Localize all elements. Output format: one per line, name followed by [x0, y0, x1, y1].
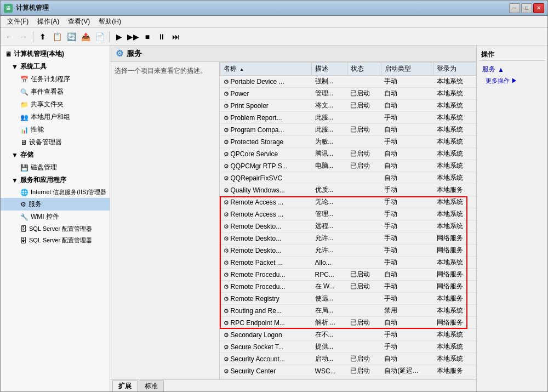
table-row[interactable]: ⚙Quality Windows... 优质... 手动 本地服务: [220, 184, 476, 196]
copy-button[interactable]: 📋: [50, 30, 64, 43]
restore-button[interactable]: □: [521, 3, 532, 13]
device-icon: 🖥: [20, 139, 27, 146]
sidebar-item-iis[interactable]: 🌐 Internet 信息服务(IIS)管理器: [1, 186, 110, 198]
menu-help[interactable]: 帮助(H): [94, 16, 125, 27]
table-row[interactable]: ⚙QQRepairFixSVC 自动 本地系统: [220, 172, 476, 184]
menu-file[interactable]: 文件(F): [3, 16, 33, 27]
cell-name: ⚙QPCore Service: [220, 148, 312, 160]
col-header-startup[interactable]: 启动类型: [381, 63, 433, 76]
tab-expand[interactable]: 扩展: [112, 380, 138, 392]
col-header-status[interactable]: 状态: [347, 63, 381, 76]
tree-root[interactable]: 🖥 计算机管理(本地): [1, 48, 110, 60]
sidebar-item-diskmgmt[interactable]: 💾 磁盘管理: [1, 161, 110, 174]
action-services[interactable]: 服务 ▲: [479, 63, 545, 76]
pause-button[interactable]: ⏸: [155, 30, 168, 43]
cell-login: 本地系统: [433, 329, 476, 341]
tree-section-storage[interactable]: ▼ 存储: [1, 149, 110, 161]
cell-status: [347, 112, 381, 124]
cell-status: [347, 232, 381, 245]
menu-view[interactable]: 查看(V): [64, 16, 94, 27]
cell-desc: 使远...: [312, 293, 347, 305]
sidebar-item-eventviewer[interactable]: 🔍 事件查看器: [1, 86, 110, 98]
table-row[interactable]: ⚙Power 管理... 已启动 自动 本地系统: [220, 88, 476, 100]
sidebar-item-devicemgr[interactable]: 🖥 设备管理器: [1, 136, 110, 149]
tab-standard[interactable]: 标准: [139, 380, 164, 392]
table-row[interactable]: ⚙Secure Socket T... 提供... 手动 本地系统: [220, 341, 476, 353]
table-row[interactable]: ⚙Remote Deskto... 远程... 手动 本地系统: [220, 220, 476, 232]
table-row[interactable]: ⚙Security Center WSC... 已启动 自动(延迟... 本地服…: [220, 365, 476, 377]
table-row[interactable]: ⚙Remote Registry 使远... 手动 本地服务: [220, 293, 476, 305]
sidebar-item-performance[interactable]: 📊 性能: [1, 123, 110, 136]
minimize-button[interactable]: ─: [509, 3, 520, 13]
sidebar-item-sharedfolders[interactable]: 📁 共享文件夹: [1, 98, 110, 111]
col-header-name[interactable]: 名称 ▲: [220, 63, 312, 76]
services-icon: ⚙: [20, 201, 26, 208]
stop-button[interactable]: ■: [141, 30, 154, 43]
action-more[interactable]: 更多操作 ▶: [479, 76, 545, 86]
service-gear-icon: ⚙: [224, 151, 229, 157]
table-row[interactable]: ⚙Remote Deskto... 允许... 手动 网络服务: [220, 245, 476, 257]
table-row[interactable]: ⚙Portable Device ... 强制... 手动 本地系统: [220, 76, 476, 88]
cell-desc: 在局...: [312, 305, 347, 317]
cell-login: 本地系统: [433, 100, 476, 112]
table-row[interactable]: ⚙Remote Packet ... Allo... 手动 本地系统: [220, 257, 476, 269]
tree-section-services[interactable]: ▼ 服务和应用程序: [1, 174, 110, 186]
back-button[interactable]: ←: [3, 30, 16, 43]
cell-desc: 优质...: [312, 184, 347, 196]
cell-status: 已启动: [347, 100, 381, 112]
cell-startup: 自动(延迟...: [381, 365, 433, 377]
sidebar-item-localusers[interactable]: 👥 本地用户和组: [1, 111, 110, 123]
iis-icon: 🌐: [20, 189, 28, 196]
forward-button[interactable]: →: [17, 30, 30, 43]
sidebar-item-sqlserver1[interactable]: 🗄 SQL Server 配置管理器: [1, 223, 110, 235]
sort-arrow-name: ▲: [239, 67, 244, 72]
table-row[interactable]: ⚙Remote Deskto... 允许... 手动 网络服务: [220, 232, 476, 245]
table-row[interactable]: ⚙Program Compa... 此服... 已启动 自动 本地系统: [220, 124, 476, 136]
cell-startup: 手动: [381, 76, 433, 88]
col-header-login[interactable]: 登录为: [433, 63, 476, 76]
cell-desc: 此服...: [312, 112, 347, 124]
table-row[interactable]: ⚙RPC Endpoint M... 解析 ... 已启动 自动 网络服务: [220, 317, 476, 329]
play-start-button[interactable]: ▶: [112, 30, 125, 43]
table-row[interactable]: ⚙Remote Procedu... 在 W... 已启动 手动 网络服务: [220, 281, 476, 293]
service-gear-icon: ⚙: [224, 247, 229, 254]
services-table-container[interactable]: 名称 ▲ 描述 状态 启动类型 登录为 ⚙Portable De: [220, 62, 476, 379]
table-row[interactable]: ⚙QQPCMgr RTP S... 电脑... 已启动 自动 本地系统: [220, 160, 476, 172]
service-gear-icon: ⚙: [224, 259, 229, 266]
properties-button[interactable]: 📄: [93, 30, 106, 43]
table-row[interactable]: ⚙Remote Procedu... RPC... 已启动 自动 网络服务: [220, 269, 476, 281]
sidebar-item-wmi[interactable]: 🔧 WMI 控件: [1, 211, 110, 223]
table-row[interactable]: ⚙Security Account... 启动... 已启动 自动 本地系统: [220, 353, 476, 365]
export-button[interactable]: 📤: [79, 30, 92, 43]
play-resume-button[interactable]: ▶▶: [127, 30, 140, 43]
sidebar-item-services[interactable]: ⚙ 服务: [1, 198, 110, 211]
cell-desc: 允许...: [312, 245, 347, 257]
table-row[interactable]: ⚙Remote Access ... 无论... 手动 本地系统: [220, 196, 476, 208]
table-row[interactable]: ⚙Print Spooler 将文... 已启动 自动 本地系统: [220, 100, 476, 112]
refresh-button[interactable]: 🔄: [65, 30, 78, 43]
col-header-desc[interactable]: 描述: [312, 63, 347, 76]
table-row[interactable]: ⚙Remote Access ... 管理... 手动 本地系统: [220, 208, 476, 220]
table-row[interactable]: ⚙QPCore Service 腾讯... 已启动 自动 本地系统: [220, 148, 476, 160]
toolbar: ← → ⬆ 📋 🔄 📤 📄 ▶ ▶▶ ■ ⏸ ⏭: [1, 28, 547, 46]
sidebar-item-scheduler[interactable]: 📅 任务计划程序: [1, 73, 110, 86]
table-row[interactable]: ⚙Problem Report... 此服... 手动 本地系统: [220, 112, 476, 124]
cell-startup: 手动: [381, 329, 433, 341]
menu-action[interactable]: 操作(A): [33, 16, 64, 27]
services-table: 名称 ▲ 描述 状态 启动类型 登录为 ⚙Portable De: [220, 62, 476, 377]
cell-desc: RPC...: [312, 269, 347, 281]
tree-section-system[interactable]: ▼ 系统工具: [1, 60, 110, 73]
table-row[interactable]: ⚙Secondary Logon 在不... 手动 本地系统: [220, 329, 476, 341]
cell-startup: 手动: [381, 245, 433, 257]
restart-button[interactable]: ⏭: [169, 30, 182, 43]
service-gear-icon: ⚙: [224, 163, 229, 169]
close-button[interactable]: ✕: [533, 3, 544, 13]
cell-status: 已启动: [347, 160, 381, 172]
cell-desc: 在不...: [312, 329, 347, 341]
table-row[interactable]: ⚙Protected Storage 为敏... 手动 本地系统: [220, 136, 476, 148]
cell-startup: 自动: [381, 269, 433, 281]
up-button[interactable]: ⬆: [36, 30, 49, 43]
sidebar-item-sqlserver2[interactable]: 🗄 SQL Server 配置管理器: [1, 235, 110, 246]
cell-status: 已启动: [347, 88, 381, 100]
table-row[interactable]: ⚙Routing and Re... 在局... 禁用 本地系统: [220, 305, 476, 317]
